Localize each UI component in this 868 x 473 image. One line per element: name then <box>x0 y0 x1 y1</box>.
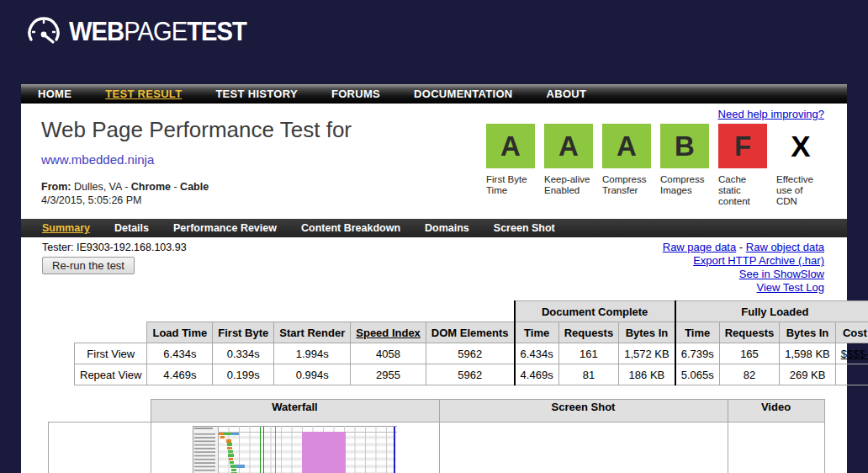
col-load-time: Load Time <box>147 322 213 343</box>
cell-first-byte: 0.334s <box>213 343 274 364</box>
nav-forums[interactable]: FORUMS <box>331 88 380 100</box>
cell-dc-time: 6.434s <box>515 343 559 364</box>
col-screenshot: Screen Shot <box>439 400 728 423</box>
grade-label: Keep-alive Enabled <box>544 174 593 196</box>
col-fl-time: Time <box>675 322 720 343</box>
cell-dc-bytes: 186 KB <box>619 364 675 385</box>
col-start-render: Start Render <box>274 322 351 343</box>
rerun-test-button[interactable]: Re-run the test <box>42 257 135 274</box>
grade-compress-transfer[interactable]: A Compress Transfer <box>602 124 651 207</box>
screenshot-cell <box>439 423 728 473</box>
result-tabs: Summary Details Performance Review Conte… <box>21 219 847 237</box>
tab-performance-review[interactable]: Performance Review <box>173 222 277 234</box>
row-label: Repeat View <box>75 364 147 385</box>
cell-start-render: 1.994s <box>274 343 351 364</box>
test-location: From: Dulles, VA - Chrome - Cable <box>41 181 209 193</box>
content-area: Need help improving? Web Page Performanc… <box>21 104 847 473</box>
tab-domains[interactable]: Domains <box>425 222 469 234</box>
cell-dc-bytes: 1,572 KB <box>619 343 675 364</box>
raw-page-data-link[interactable]: Raw page data <box>663 241 736 253</box>
cost-link[interactable]: $$$$- <box>841 348 868 360</box>
col-speed-index-link[interactable]: Speed Index <box>356 327 421 339</box>
first-view-row: First View 6.434s 0.334s 1.994s 4058 596… <box>75 343 868 364</box>
nav-test-result[interactable]: TEST RESULT <box>105 88 182 100</box>
group-header-row: Document Complete Fully Loaded <box>75 301 868 322</box>
tab-content-breakdown[interactable]: Content Breakdown <box>301 222 400 234</box>
fully-loaded-group-header: Fully Loaded <box>675 301 868 322</box>
link-separator: - <box>736 241 746 253</box>
col-waterfall: Waterfall <box>151 400 439 423</box>
tab-summary[interactable]: Summary <box>42 222 90 234</box>
cell-fl-requests: 82 <box>719 364 780 385</box>
logo-text: WEBPAGETEST <box>69 17 246 47</box>
cell-first-byte: 0.199s <box>213 364 274 385</box>
grade-letter: B <box>675 130 695 162</box>
cell-speed-index: 2955 <box>351 364 426 385</box>
need-help-link[interactable]: Need help improving? <box>718 108 824 120</box>
repeat-view-row: Repeat View 4.469s 0.199s 0.994s 2955 59… <box>75 364 868 385</box>
cell-speed-index: 4058 <box>351 343 426 364</box>
grade-label: Compress Transfer <box>602 174 651 196</box>
grade-compress-images[interactable]: B Compress Images <box>660 124 709 207</box>
col-fl-requests: Requests <box>719 322 780 343</box>
grade-keep-alive[interactable]: A Keep-alive Enabled <box>544 124 593 207</box>
grade-letter: X <box>791 130 810 163</box>
col-first-byte: First Byte <box>213 322 274 343</box>
cell-load-time: 6.434s <box>147 343 213 364</box>
waterfall-thumbnail[interactable] <box>193 426 397 473</box>
cell-dom-elements: 5962 <box>426 343 514 364</box>
export-har-link[interactable]: Export HTTP Archive (.har) <box>693 254 824 267</box>
nav-home[interactable]: HOME <box>38 88 71 100</box>
grade-letter: F <box>734 130 751 162</box>
grade-label: Effective use of CDN <box>776 174 825 207</box>
media-first-view-row <box>49 423 825 473</box>
col-dc-bytes: Bytes In <box>619 322 675 343</box>
cell-dc-requests: 161 <box>558 343 619 364</box>
grade-label: First Byte Time <box>486 174 535 196</box>
tester-info: Tester: IE9303-192.168.103.93 <box>42 242 187 253</box>
cell-fl-time: 6.739s <box>675 343 720 364</box>
results-summary-table: Document Complete Fully Loaded Load Time… <box>74 300 868 385</box>
grade-letter: A <box>500 130 521 162</box>
nav-about[interactable]: ABOUT <box>547 88 587 100</box>
video-cell <box>728 423 824 473</box>
cell-fl-bytes: 1,598 KB <box>780 343 836 364</box>
nav-test-history[interactable]: TEST HISTORY <box>215 88 298 100</box>
view-test-log-link[interactable]: View Test Log <box>757 281 824 294</box>
nav-documentation[interactable]: DOCUMENTATION <box>414 88 513 100</box>
raw-object-data-link[interactable]: Raw object data <box>746 241 824 253</box>
speedometer-icon <box>25 13 62 50</box>
media-table: Waterfall Screen Shot Video <box>48 399 825 473</box>
tab-details[interactable]: Details <box>114 222 149 234</box>
cell-dc-requests: 81 <box>558 364 619 385</box>
cell-dom-elements: 5962 <box>426 364 514 385</box>
col-dc-time: Time <box>515 322 559 343</box>
grade-summary: A First Byte Time A Keep-alive Enabled A… <box>486 124 825 207</box>
grade-cdn[interactable]: X Effective use of CDN <box>776 124 825 207</box>
grade-letter: A <box>558 130 579 162</box>
cell-dc-time: 4.469s <box>515 364 559 385</box>
showslow-link[interactable]: See in ShowSlow <box>739 268 824 280</box>
grade-letter: A <box>617 130 637 162</box>
grade-first-byte[interactable]: A First Byte Time <box>486 124 535 207</box>
cell-cost <box>835 364 868 385</box>
cell-fl-time: 5.065s <box>675 364 720 385</box>
cell-start-render: 0.994s <box>274 364 351 385</box>
col-fl-bytes: Bytes In <box>780 322 836 343</box>
column-header-row: Load Time First Byte Start Render Speed … <box>75 322 868 343</box>
row-label: First View <box>75 343 147 364</box>
webpagetest-logo[interactable]: WEBPAGETEST <box>25 13 257 50</box>
media-row-label <box>49 423 151 473</box>
grade-cache-static[interactable]: F Cache static content <box>718 124 767 207</box>
tested-url-link[interactable]: www.mbedded.ninja <box>41 152 154 167</box>
page-title: Web Page Performance Test for <box>41 117 352 143</box>
col-cost: Cost <box>835 322 868 343</box>
tab-screen-shot[interactable]: Screen Shot <box>494 222 555 234</box>
waterfall-cell <box>151 423 439 473</box>
cell-fl-requests: 165 <box>719 343 780 364</box>
col-dom-elements: DOM Elements <box>426 322 514 343</box>
export-links: Raw page data - Raw object data Export H… <box>663 241 824 295</box>
col-video: Video <box>728 400 824 423</box>
cell-load-time: 4.469s <box>147 364 213 385</box>
page-container: WEBPAGETEST HOME TEST RESULT TEST HISTOR… <box>21 0 847 473</box>
